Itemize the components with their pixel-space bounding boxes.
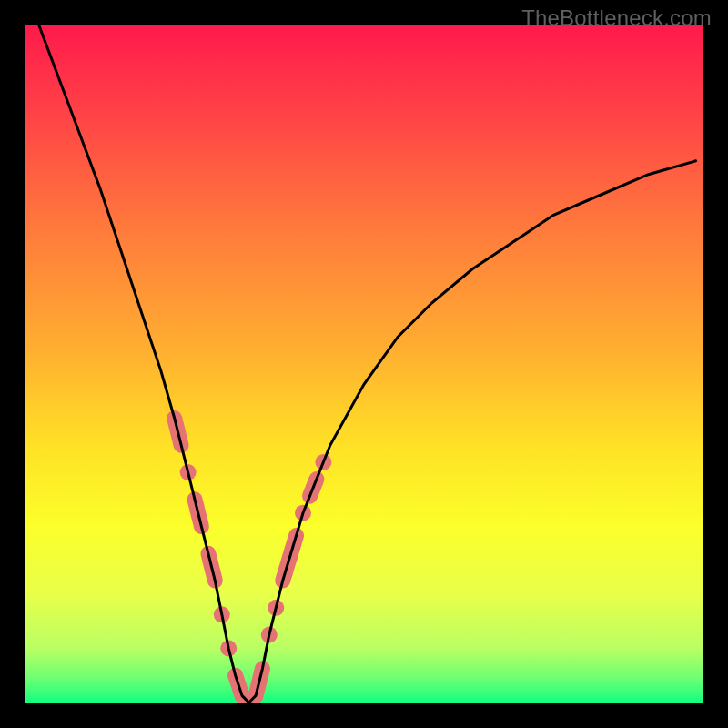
- gradient-background: [25, 25, 703, 703]
- watermark-label: TheBottleneck.com: [521, 5, 712, 31]
- plot-area: [25, 25, 703, 703]
- chart-frame: TheBottleneck.com: [0, 0, 728, 728]
- bottleneck-chart: [25, 25, 703, 703]
